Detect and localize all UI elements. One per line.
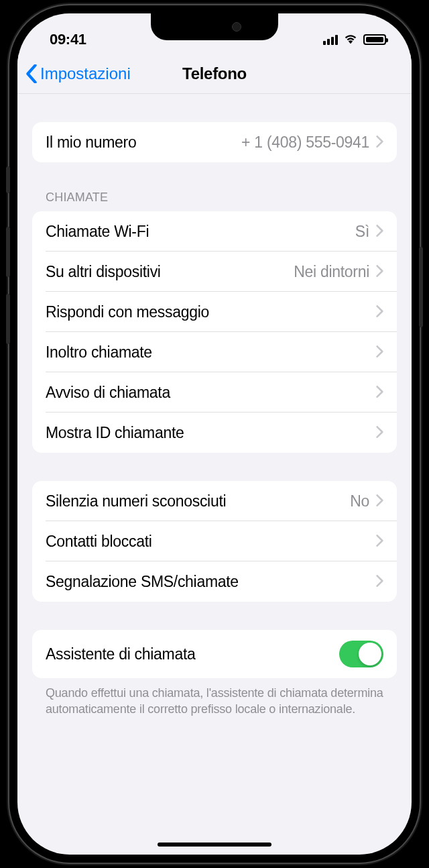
row-dial-assist: Assistente di chiamata bbox=[32, 630, 397, 678]
chevron-right-icon bbox=[376, 303, 383, 321]
row-call-forwarding[interactable]: Inoltro chiamate bbox=[32, 332, 397, 372]
cellular-signal-icon bbox=[323, 35, 338, 45]
phone-device-frame: 09:41 bbox=[9, 5, 420, 863]
row-label: Avviso di chiamata bbox=[46, 384, 170, 402]
section-footer-text: Quando effettui una chiamata, l'assisten… bbox=[32, 678, 397, 718]
row-respond-with-text[interactable]: Rispondi con messaggio bbox=[32, 292, 397, 332]
row-label: Mostra ID chiamante bbox=[46, 424, 184, 442]
chevron-right-icon bbox=[376, 343, 383, 362]
chevron-right-icon bbox=[376, 492, 383, 510]
chevron-right-icon bbox=[376, 223, 383, 241]
row-value: + 1 (408) 555-0941 bbox=[241, 133, 369, 152]
row-label: Rispondi con messaggio bbox=[46, 303, 209, 321]
chevron-right-icon bbox=[376, 573, 383, 591]
back-button[interactable]: Impostazioni bbox=[25, 64, 131, 83]
wifi-icon bbox=[343, 31, 358, 48]
section-calls: CHIAMATE Chiamate Wi-Fi Sì Su altri disp… bbox=[32, 191, 397, 453]
row-label: Il mio numero bbox=[46, 133, 136, 152]
row-label: Chiamate Wi-Fi bbox=[46, 223, 149, 241]
row-label: Silenzia numeri sconosciuti bbox=[46, 492, 226, 510]
page-title: Telefono bbox=[182, 64, 247, 83]
volume-down-button bbox=[6, 294, 10, 344]
section-header: CHIAMATE bbox=[46, 191, 397, 205]
notch bbox=[151, 13, 278, 40]
status-indicators bbox=[323, 31, 386, 48]
row-value: Nei dintorni bbox=[294, 263, 369, 281]
back-label: Impostazioni bbox=[40, 64, 131, 83]
power-button bbox=[419, 247, 423, 327]
chevron-right-icon bbox=[376, 533, 383, 551]
row-sms-call-reporting[interactable]: Segnalazione SMS/chiamate bbox=[32, 561, 397, 602]
chevron-right-icon bbox=[376, 424, 383, 442]
row-value: No bbox=[350, 492, 369, 510]
chevron-right-icon bbox=[376, 384, 383, 402]
row-label: Contatti bloccati bbox=[46, 533, 152, 551]
settings-content: Il mio numero + 1 (408) 555-0941 CHIAMAT… bbox=[17, 122, 412, 718]
row-label: Assistente di chiamata bbox=[46, 645, 196, 663]
row-blocked-contacts[interactable]: Contatti bloccati bbox=[32, 521, 397, 561]
row-call-waiting[interactable]: Avviso di chiamata bbox=[32, 372, 397, 413]
dial-assist-toggle[interactable] bbox=[339, 641, 383, 667]
chevron-right-icon bbox=[376, 133, 383, 152]
status-time: 09:41 bbox=[50, 31, 86, 48]
row-show-caller-id[interactable]: Mostra ID chiamante bbox=[32, 413, 397, 453]
row-value: Sì bbox=[355, 223, 369, 241]
home-indicator[interactable] bbox=[158, 843, 271, 847]
section-dial-assist: Assistente di chiamata Quando effettui u… bbox=[32, 630, 397, 718]
volume-up-button bbox=[6, 227, 10, 277]
row-silence-unknown[interactable]: Silenzia numeri sconosciuti No bbox=[32, 481, 397, 521]
row-label: Segnalazione SMS/chiamate bbox=[46, 573, 239, 591]
silence-switch bbox=[6, 166, 10, 193]
row-wifi-calling[interactable]: Chiamate Wi-Fi Sì bbox=[32, 211, 397, 252]
row-other-devices[interactable]: Su altri dispositivi Nei dintorni bbox=[32, 252, 397, 292]
screen: 09:41 bbox=[17, 13, 412, 855]
row-my-number[interactable]: Il mio numero + 1 (408) 555-0941 bbox=[32, 122, 397, 162]
navigation-bar: Impostazioni Telefono bbox=[17, 54, 412, 94]
section-my-number: Il mio numero + 1 (408) 555-0941 bbox=[32, 122, 397, 162]
chevron-right-icon bbox=[376, 263, 383, 281]
row-label: Su altri dispositivi bbox=[46, 263, 161, 281]
battery-icon bbox=[363, 34, 386, 45]
toggle-knob bbox=[359, 643, 381, 665]
section-silence: Silenzia numeri sconosciuti No Contatti … bbox=[32, 481, 397, 602]
row-label: Inoltro chiamate bbox=[46, 343, 152, 362]
chevron-left-icon bbox=[25, 64, 38, 83]
